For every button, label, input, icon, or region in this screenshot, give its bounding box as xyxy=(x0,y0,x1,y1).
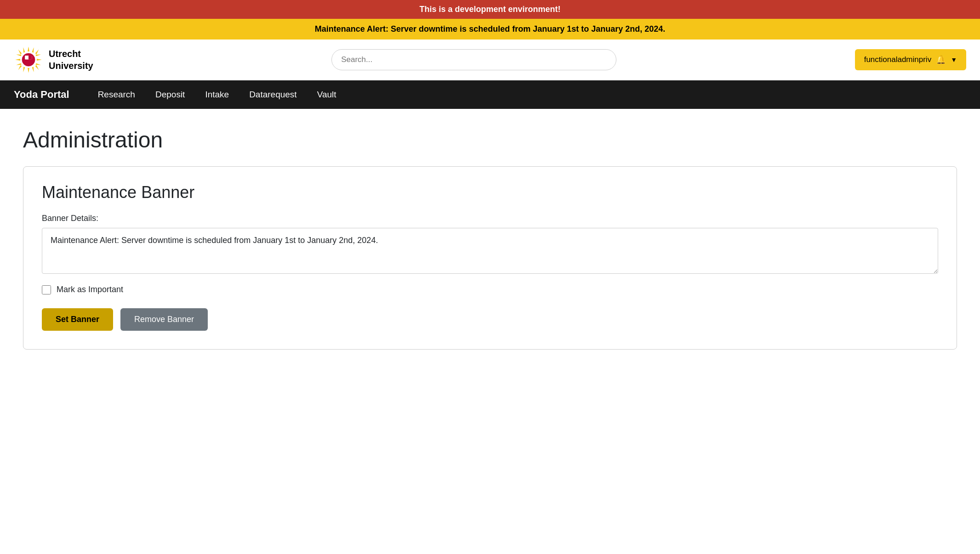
top-header: Utrecht University functionaladminpriv 🔔… xyxy=(0,40,980,80)
search-area xyxy=(93,49,855,70)
dev-banner-text: This is a development environment! xyxy=(419,5,560,14)
user-area: functionaladminpriv 🔔 ▼ xyxy=(855,49,966,70)
banner-details-textarea[interactable]: Maintenance Alert: Server downtime is sc… xyxy=(42,228,938,274)
nav-bar: Yoda Portal Research Deposit Intake Data… xyxy=(0,80,980,109)
svg-marker-9 xyxy=(23,47,25,53)
svg-marker-12 xyxy=(35,54,41,56)
nav-deposit[interactable]: Deposit xyxy=(145,81,195,108)
svg-marker-13 xyxy=(16,63,22,65)
svg-marker-8 xyxy=(35,65,39,70)
svg-marker-7 xyxy=(18,65,22,70)
svg-marker-14 xyxy=(35,63,41,65)
maintenance-bar-text: Maintenance Alert: Server downtime is sc… xyxy=(315,24,666,34)
svg-rect-20 xyxy=(28,56,32,59)
chevron-down-icon: ▼ xyxy=(951,56,957,63)
svg-marker-4 xyxy=(37,59,42,61)
svg-marker-11 xyxy=(16,54,22,56)
username-label: functionaladminpriv xyxy=(864,55,931,64)
nav-intake[interactable]: Intake xyxy=(195,81,239,108)
page-title: Administration xyxy=(23,127,957,153)
set-banner-button[interactable]: Set Banner xyxy=(42,308,113,331)
svg-rect-19 xyxy=(25,56,28,59)
svg-marker-6 xyxy=(35,50,39,55)
maintenance-banner-card: Maintenance Banner Banner Details: Maint… xyxy=(23,166,957,350)
svg-marker-10 xyxy=(32,47,34,53)
svg-marker-16 xyxy=(32,67,34,72)
remove-banner-button[interactable]: Remove Banner xyxy=(120,308,208,331)
uu-logo-icon xyxy=(14,45,43,74)
form-buttons: Set Banner Remove Banner xyxy=(42,308,938,331)
svg-marker-1 xyxy=(28,46,29,51)
banner-details-label: Banner Details: xyxy=(42,214,938,223)
mark-important-checkbox[interactable] xyxy=(42,285,51,294)
nav-brand: Yoda Portal xyxy=(14,80,83,109)
card-title: Maintenance Banner xyxy=(42,183,938,202)
bell-icon: 🔔 xyxy=(936,55,946,65)
search-input[interactable] xyxy=(331,49,616,70)
nav-research[interactable]: Research xyxy=(88,81,145,108)
nav-vault[interactable]: Vault xyxy=(307,81,347,108)
svg-marker-2 xyxy=(28,68,29,73)
logo-area[interactable]: Utrecht University xyxy=(14,45,93,74)
svg-marker-3 xyxy=(15,59,20,61)
dev-environment-banner: This is a development environment! xyxy=(0,0,980,19)
main-content: Administration Maintenance Banner Banner… xyxy=(0,109,980,368)
maintenance-alert-bar: Maintenance Alert: Server downtime is sc… xyxy=(0,19,980,40)
nav-datarequest[interactable]: Datarequest xyxy=(239,81,307,108)
mark-important-label[interactable]: Mark as Important xyxy=(57,285,123,294)
svg-marker-15 xyxy=(23,67,25,72)
user-menu-button[interactable]: functionaladminpriv 🔔 ▼ xyxy=(855,49,966,70)
mark-important-row: Mark as Important xyxy=(42,285,938,294)
logo-text: Utrecht University xyxy=(49,48,93,72)
svg-marker-5 xyxy=(18,50,22,55)
